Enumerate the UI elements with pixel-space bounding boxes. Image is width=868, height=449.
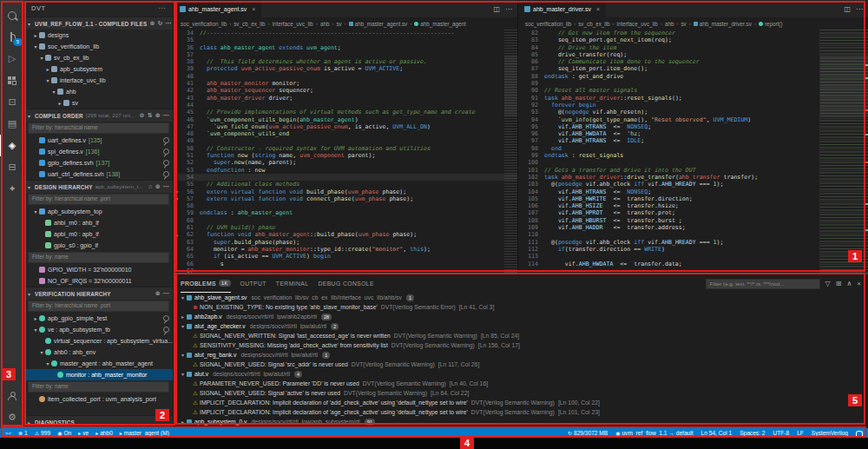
section-action-icon[interactable]: ⊕ <box>155 183 161 190</box>
notifications-bell-icon[interactable] <box>856 431 863 436</box>
section-action-icon[interactable]: ⊕ <box>155 290 161 297</box>
minimap-slider[interactable] <box>820 56 868 116</box>
section-action-icon[interactable]: ⊘ <box>140 112 145 119</box>
problem-issue-row[interactable]: ⚠SIGNAL_NEVER_USED: Signal 'active' is n… <box>174 388 868 398</box>
source-control-icon[interactable]: 5 <box>0 26 24 48</box>
tab-close-icon[interactable]: × <box>596 6 600 12</box>
panel-tab-output[interactable]: OUTPUT <box>240 274 266 293</box>
hier-crumb-master-agent[interactable]: ▸master_agent (M) <box>120 430 169 436</box>
code-area[interactable]: 82 // Get new item from the sequencer83 … <box>518 30 868 274</box>
breadcrumb-item[interactable]: sv <box>336 21 341 27</box>
section-action-icon[interactable]: ⊕ <box>155 112 161 119</box>
tree-item[interactable]: ▸apb_subsystem <box>24 63 173 75</box>
code-area[interactable]: 34//------------------------------------… <box>174 30 517 274</box>
breadcrumb-item[interactable]: ahb_master_agent <box>414 21 466 27</box>
tree-item[interactable]: ▾apb_subsystem_top <box>24 206 173 217</box>
problem-file-row[interactable]: ▾ahb_slave_agent.svsoc_verification_lib/… <box>174 293 868 302</box>
panel-tab-problems[interactable]: PROBLEMS1K <box>181 274 231 293</box>
tree-item[interactable]: ▾sv_cb_ex_lib <box>24 52 173 63</box>
tree-item[interactable]: monitor : ahb_master_monitor <box>24 369 173 380</box>
problem-issue-row[interactable]: ⚠SIGNAL_NEVER_USED: Signal 'src_addr' is… <box>174 360 868 369</box>
editor-action-icon[interactable]: ◫ <box>493 5 500 13</box>
breadcrumb-item[interactable]: sv <box>681 21 686 27</box>
tree-item[interactable]: ▾interface_uvc_lib <box>24 75 173 86</box>
section-header-verification-hierarchy[interactable]: ▾VERIFICATION HIERARCHY⊕⋯ <box>24 287 173 300</box>
section-action-icon[interactable]: ↻ <box>157 20 162 27</box>
pin-icon[interactable] <box>163 160 169 166</box>
section-header-diagnostics[interactable]: ▸DIAGNOSTICS <box>24 415 173 428</box>
tree-item[interactable]: GPIO_WIDTH = 32'h00000010 <box>24 264 173 275</box>
tab-ahb_master_driver.sv[interactable]: ahb_master_driver.sv× <box>518 0 606 17</box>
breadcrumb-item[interactable]: sv_cb_ex_lib <box>578 21 609 27</box>
tree-item[interactable]: spi_defines.v[136] <box>24 146 173 157</box>
pin-icon[interactable] <box>163 171 169 177</box>
account-icon[interactable] <box>0 385 24 406</box>
filter-funnel-icon[interactable]: ▽ <box>825 280 831 287</box>
section-action-icon[interactable]: ⋯ <box>166 20 172 27</box>
tree-item[interactable]: gpio_defines.svh[137] <box>24 157 173 168</box>
hier-crumb-ahb0[interactable]: ▸ahb0 <box>95 430 113 436</box>
settings-gear-icon[interactable]: ⚙ <box>0 406 24 428</box>
problem-issue-row[interactable]: ⚠SIGNAL_NEVER_WRITTEN: Signal 'last_acce… <box>174 331 868 340</box>
dvt-build-config[interactable]: ◉uvm_ref_flow_1.1 → default <box>615 430 693 436</box>
section-action-icon[interactable]: ⇅ <box>148 112 153 119</box>
pin-icon[interactable] <box>163 327 169 333</box>
remote-indicator[interactable]: >< <box>5 431 11 436</box>
dvt-status[interactable]: ◉On <box>57 430 71 436</box>
maximize-panel-icon[interactable]: ∧ <box>846 280 852 287</box>
tools-icon[interactable]: ✦ <box>0 178 24 200</box>
minimap[interactable] <box>819 30 868 274</box>
problem-file-row[interactable]: ▾alut.vdesigns/socv/rtl/rtl_lpw/alut/rtl… <box>174 369 868 379</box>
cursor-position[interactable]: Ln 54, Col 1 <box>701 430 733 436</box>
section-header-uvm-ref-flow-1-1-compiled-files[interactable]: ▾UVM_REF_FLOW_1.1 - COMPILED FILES⊕↻⋯ <box>24 17 173 30</box>
breadcrumb-item[interactable]: ahb <box>665 21 674 27</box>
breadcrumb-item[interactable]: interface_uvc_lib <box>617 21 658 27</box>
editor-action-icon[interactable]: ◫ <box>844 5 851 13</box>
views-icon[interactable]: ⊞ <box>836 280 842 287</box>
section-action-icon[interactable]: ⊕ <box>149 20 155 27</box>
breadcrumb-item[interactable]: ahb_master_driver.sv <box>694 21 752 27</box>
problem-issue-row[interactable]: ⚠IMPLICIT_DECLARATION: Implicit declarat… <box>174 407 868 417</box>
problem-file-row[interactable]: ▾alut_reg_bank.vdesigns/socv/rtl/rtl_lpw… <box>174 350 868 360</box>
tab-ahb_master_agent.sv[interactable]: ahb_master_agent.sv× <box>174 0 261 17</box>
pin-icon[interactable] <box>163 137 169 143</box>
tree-item[interactable]: virtual_sequencer : apb_subsystem_virtua… <box>24 335 173 347</box>
filter-hint-input[interactable]: Filter by: name <box>28 381 169 393</box>
tree-item[interactable]: ▾ahb0 : ahb_env <box>24 347 173 358</box>
warnings-count[interactable]: ⚠999 <box>35 430 50 436</box>
problems-filter-input[interactable] <box>706 279 820 289</box>
problem-file-row[interactable]: ▸apb_subsystem_0.vdesigns/socv/rtl/rtl_l… <box>174 417 868 426</box>
language-mode[interactable]: SystemVerilog <box>812 430 848 436</box>
problem-issue-row[interactable]: ⚠PARAMETER_NEVER_USED: Parameter 'DD' is… <box>174 379 868 388</box>
extensions-icon[interactable] <box>0 69 24 91</box>
editor-action-icon[interactable]: ⋯ <box>856 5 863 13</box>
filter-hint-input[interactable]: Filter by: hierarchical name .port <box>28 300 169 312</box>
encoding[interactable]: UTF-8 <box>773 430 789 436</box>
filter-hint-input[interactable]: Filter by: hierarchical name .port <box>28 194 169 205</box>
tree-item[interactable]: NO_OF_IRQS = 32'h00000011 <box>24 275 173 287</box>
breadcrumb-item[interactable]: ahb <box>320 21 330 27</box>
tree-item[interactable]: ▸apb_gpio_simple_test <box>24 313 173 324</box>
tab-close-icon[interactable]: × <box>252 6 255 12</box>
editor-action-icon[interactable]: ⋯ <box>505 5 512 13</box>
panel-tab-debug-console[interactable]: DEBUG CONSOLE <box>318 274 374 293</box>
problem-issue-row[interactable]: ⚠IMPLICIT_DECLARATION: Implicit declarat… <box>174 398 868 407</box>
tree-item[interactable]: ▾ve : apb_subsystem_tb <box>24 324 173 335</box>
tree-item[interactable]: uart_ctrl_defines.svh[138] <box>24 168 173 180</box>
tree-item[interactable]: apbi_m0 : apb_if <box>24 228 173 240</box>
pin-icon[interactable] <box>163 149 169 155</box>
problem-issue-row[interactable]: ⚠SENSITIVITY_MISSING: Missing 'add_check… <box>174 340 868 350</box>
more-actions-icon[interactable]: ⋯ <box>158 4 166 12</box>
minimap[interactable] <box>504 30 517 274</box>
tree-item[interactable]: ▾soc_verification_lib <box>24 41 173 52</box>
problem-file-row[interactable]: ▸ahb2apb.vdesigns/socv/rtl/rtl_lpw/ahb2a… <box>174 312 868 321</box>
section-action-icon[interactable]: ⋯ <box>163 290 169 297</box>
tree-item[interactable]: ▾ahb <box>24 86 173 97</box>
remote-explorer-icon[interactable]: ⊡ <box>0 91 24 113</box>
section-action-icon[interactable]: ⋯ <box>163 112 169 119</box>
search-icon[interactable] <box>0 4 24 26</box>
tree-item[interactable]: uart_defines.v[135] <box>24 135 173 146</box>
panel-tab-terminal[interactable]: TERMINAL <box>276 274 309 293</box>
problem-issue-row[interactable]: ⊗NON_EXISTING_TYPE: No existing type 'ah… <box>174 302 868 312</box>
verification-icon[interactable]: ⊟ <box>0 156 24 178</box>
